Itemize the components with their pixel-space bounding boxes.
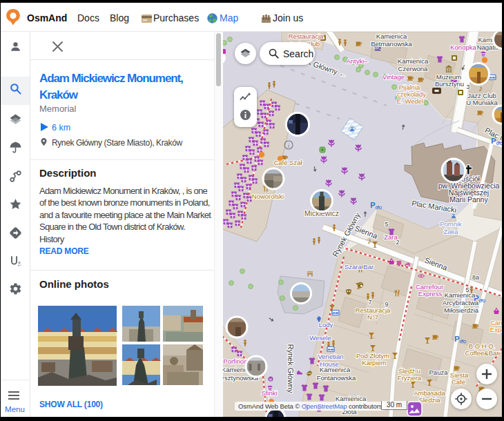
svg-text:Arcybractwa: Arcybractwa	[443, 299, 479, 306]
svg-text:N°7: N°7	[367, 313, 378, 321]
svg-text:Konopka: Konopka	[450, 43, 476, 51]
svg-text:Pomnik: Pomnik	[440, 220, 462, 228]
svg-text:Miłosierdzia: Miłosierdzia	[444, 306, 479, 314]
svg-text:Café Szał: Café Szał	[273, 159, 302, 166]
svg-text:3: 3	[466, 84, 469, 90]
svg-text:Śledzia: Śledzia	[418, 396, 440, 404]
svg-text:Noworolski: Noworolski	[252, 193, 284, 200]
svg-text:Czerwona: Czerwona	[398, 65, 428, 72]
svg-text:Antyki–: Antyki–	[346, 57, 368, 65]
svg-text:Betmanowska: Betmanowska	[371, 40, 412, 48]
svg-text:Żaka: Żaka	[443, 228, 458, 235]
svg-text:Marii Panny: Marii Panny	[449, 195, 488, 204]
svg-text:9: 9	[385, 301, 388, 308]
svg-text:7: 7	[368, 299, 371, 306]
svg-text:U Muniaka: U Muniaka	[466, 99, 498, 106]
svg-text:8a: 8a	[472, 274, 479, 281]
svg-text:5: 5	[465, 286, 469, 293]
svg-text:Kamienica: Kamienica	[320, 366, 351, 373]
svg-text:Vintage: Vintage	[382, 73, 405, 81]
svg-text:Karpiem: Karpiem	[362, 359, 386, 366]
svg-text:Express: Express	[490, 326, 502, 333]
svg-text:5: 5	[385, 221, 388, 228]
svg-text:Lody: Lody	[319, 321, 333, 329]
svg-text:Fontanowska: Fontanowska	[317, 374, 356, 382]
svg-text:Express: Express	[418, 290, 443, 297]
svg-text:Coffee&Bar: Coffee&Bar	[465, 349, 499, 357]
svg-text:E. Wedel: E. Wedel	[397, 97, 423, 105]
svg-text:Kamienica: Kamienica	[445, 291, 476, 299]
svg-text:Kamienica: Kamienica	[376, 32, 407, 40]
svg-text:Rynek Główny: Rynek Główny	[287, 344, 295, 393]
svg-text:Pauza: Pauza	[429, 369, 449, 376]
svg-text:Café: Café	[452, 378, 465, 386]
svg-text:Venetian: Venetian	[318, 353, 344, 360]
svg-text:Szara Bar: Szara Bar	[345, 263, 374, 271]
svg-text:Kamienica: Kamienica	[398, 57, 429, 65]
svg-text:Fryzjera: Fryzjera	[398, 374, 422, 382]
svg-text:2: 2	[396, 239, 399, 246]
svg-text:Sfinki: Sfinki	[261, 389, 277, 397]
svg-text:Bursztynu: Bursztynu	[435, 80, 464, 88]
svg-text:Wesele: Wesele	[309, 334, 331, 342]
svg-text:Restauracja: Restauracja	[289, 32, 324, 40]
